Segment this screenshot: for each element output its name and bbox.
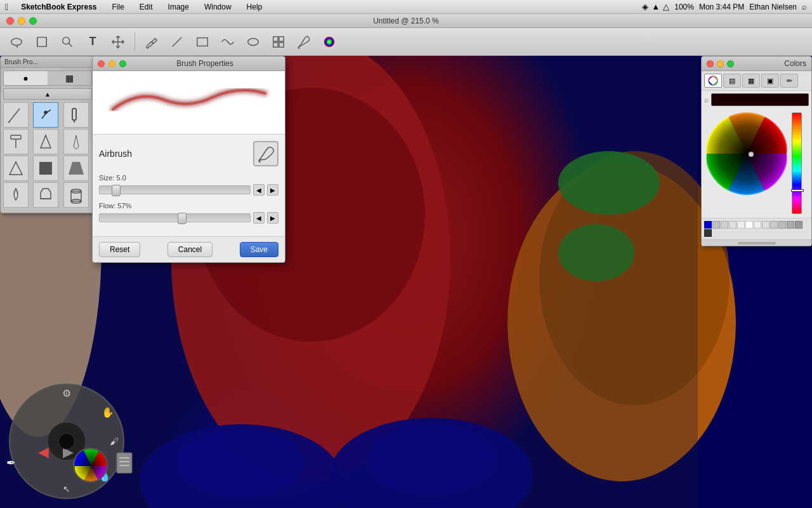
brush-drop[interactable] [3,182,29,208]
save-button[interactable]: Save [240,242,278,257]
brush-can[interactable] [63,182,89,208]
color-tool-btn[interactable] [318,30,341,53]
bluetooth-icon: ◈ [642,2,648,11]
svg-rect-53 [117,453,132,473]
reset-button[interactable]: Reset [99,242,140,257]
apple-logo[interactable]:  [5,2,8,12]
colors-min-btn[interactable] [717,60,724,67]
colors-search-icon[interactable]: ⌕ [704,95,709,104]
flow-increase-btn[interactable]: ▶ [267,212,278,224]
cancel-button[interactable]: Cancel [167,242,213,257]
hue-slider-thumb[interactable] [791,189,804,192]
move-tool-btn[interactable] [107,30,129,53]
undo-btn[interactable]: ◀ [38,444,49,460]
swatch-blue[interactable] [704,221,712,229]
swatch-white[interactable] [745,221,753,229]
search-icon[interactable]: ⌕ [802,2,807,11]
stamp-tool-btn[interactable] [267,30,290,53]
dialog-close-btn[interactable] [98,60,105,67]
brush-bucket[interactable] [33,182,58,208]
swatch-6[interactable] [762,221,769,229]
swatch-1[interactable] [712,221,720,229]
close-button[interactable] [6,17,14,25]
brush-airbrush[interactable] [33,102,58,128]
swatch-4[interactable] [737,221,745,229]
color-sliders-mode-btn[interactable]: ▤ [723,74,741,88]
file-menu[interactable]: File [110,3,127,11]
swatch-8[interactable] [778,221,786,229]
swatch-3[interactable] [729,221,737,229]
current-color-swatch[interactable] [711,93,809,106]
brush-scroll-up[interactable]: ▲ [3,88,92,100]
image-menu[interactable]: Image [166,3,192,11]
dialog-max-btn[interactable] [119,60,126,67]
brush-triangle[interactable] [3,156,29,181]
brush-trapezoid[interactable] [63,156,89,181]
brush-pencil[interactable] [3,102,29,128]
edit-menu[interactable]: Edit [137,3,155,11]
help-menu[interactable]: Help [244,3,265,11]
minimize-button[interactable] [18,17,25,25]
ellipse-tool-btn[interactable] [242,30,265,53]
wave-tool-btn[interactable] [216,30,239,53]
svg-rect-13 [279,42,284,46]
flow-slider-track[interactable] [99,213,251,222]
crop-tool-btn[interactable] [30,30,53,53]
size-increase-btn[interactable]: ▶ [267,184,278,196]
brush-chisel[interactable] [33,129,58,154]
swatch-2[interactable] [721,221,728,229]
window-menu[interactable]: Window [202,3,234,11]
flow-label: Flow: 57% [99,202,278,210]
brush-flat[interactable] [3,129,29,154]
dialog-min-btn[interactable] [108,60,115,67]
colors-panel-title: Colors [784,59,806,68]
volume-icon: △ [663,2,669,11]
layers-panel-btn[interactable] [115,451,133,476]
brush-square-dark[interactable] [33,156,58,181]
colors-title-bar: Colors [702,57,811,71]
brush-settings-btn[interactable] [292,30,315,53]
layers-tab[interactable]: ▦ [48,71,91,85]
dial-color-wheel[interactable] [73,448,108,483]
swatch-10[interactable] [795,221,802,229]
battery-status: 100% [674,3,694,11]
brush-marker[interactable] [63,102,89,128]
palette-scroll-indicator[interactable] [702,239,811,246]
zoom-tool-btn[interactable] [56,30,79,53]
color-image-mode-btn[interactable]: ▣ [761,74,779,88]
color-wheel[interactable] [705,112,788,195]
colors-max-btn[interactable] [727,60,734,67]
size-decrease-btn[interactable]: ◀ [253,184,265,196]
swatch-5[interactable] [754,221,761,229]
swatch-7[interactable] [770,221,778,229]
colors-mode-tabs: ▤ ▦ ▣ ✏ [702,71,811,91]
size-slider-thumb[interactable] [112,185,121,196]
brush-tabs: ● ▦ [3,70,92,86]
hue-slider[interactable] [792,112,802,214]
flow-decrease-btn[interactable]: ◀ [253,212,265,224]
svg-text:↖: ↖ [63,484,70,494]
swatch-11[interactable] [704,229,712,237]
brushes-tab[interactable]: ● [4,71,48,85]
line-tool-btn[interactable] [166,30,188,53]
svg-text:⚙: ⚙ [62,388,71,399]
size-slider-track[interactable] [99,185,251,194]
swatch-9[interactable] [787,221,794,229]
color-swatches-mode-btn[interactable]: ▦ [742,74,760,88]
maximize-button[interactable] [29,17,37,25]
brush-icon-select[interactable] [253,141,278,166]
svg-text:✋: ✋ [102,406,114,418]
colors-close-btn[interactable] [707,60,714,67]
flow-slider-thumb[interactable] [178,213,187,224]
svg-rect-31 [11,135,21,139]
color-pencils-mode-btn[interactable]: ✏ [780,74,798,88]
lasso-tool-btn[interactable] [5,30,28,53]
brush-name-label: Airbrush [99,149,132,159]
pen-tool-btn[interactable] [140,30,163,53]
color-wheel-mode-btn[interactable] [704,74,722,88]
text-tool-btn[interactable]: T [81,30,104,53]
rect-tool-btn[interactable] [191,30,214,53]
brush-fine[interactable] [63,129,89,154]
canvas-area[interactable]: Brush Pro... ● ▦ ▲ [0,56,812,508]
app-name-menu[interactable]: SketchBook Express [18,3,99,11]
